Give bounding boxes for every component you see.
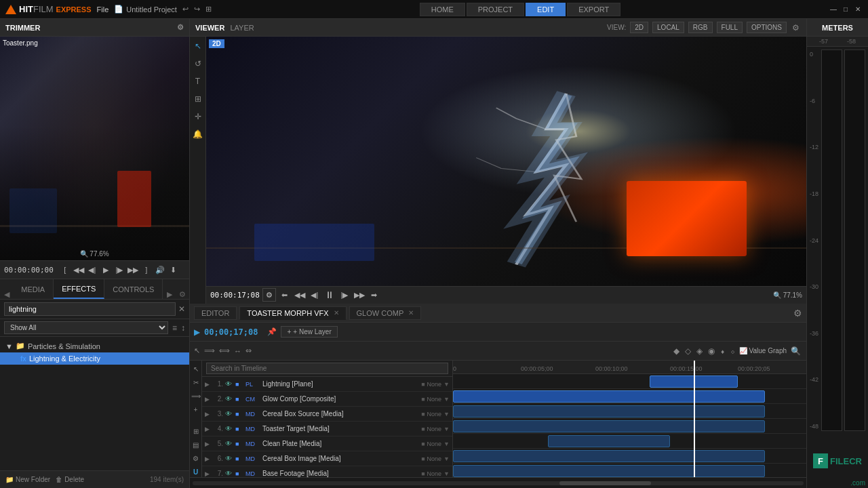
full-btn[interactable]: FULL	[717, 22, 743, 33]
tl-tab-glow[interactable]: GLOW COMP ✕	[349, 306, 422, 320]
maximize-btn[interactable]: □	[841, 5, 850, 14]
undo-btn[interactable]: ↩	[182, 5, 189, 14]
tl-slide-icon[interactable]: ⇔	[245, 346, 252, 355]
tabs-left-arrow[interactable]: ◀	[0, 290, 13, 299]
trim-prev-btn[interactable]: ◀◀	[73, 264, 85, 276]
particles-folder[interactable]: ▼ 📁 Particles & Simulation	[0, 340, 189, 352]
redo-btn[interactable]: ↪	[194, 5, 200, 14]
nav-project[interactable]: PROJECT	[467, 3, 524, 16]
search-input[interactable]	[4, 302, 176, 316]
layer-7-eye-icon[interactable]: 👁	[225, 470, 233, 477]
filter-sort-icon[interactable]: ≡	[172, 323, 177, 333]
layer-row-7[interactable]: ▶ 7. 👁 ■ MD Base Footage [Media] ■ None …	[202, 466, 452, 477]
tab-media[interactable]: MEDIA	[13, 279, 54, 299]
tl-diamond3-icon[interactable]: ◈	[695, 345, 704, 357]
tl-search-icon[interactable]: 🔍	[789, 345, 802, 357]
track-3-clip[interactable]	[453, 405, 765, 418]
tabs-right-arrow[interactable]: ▶	[163, 290, 176, 299]
tl-cursor-icon[interactable]: ↖	[191, 363, 201, 374]
tl-scrollbar[interactable]	[193, 481, 804, 485]
viewer-rew-btn[interactable]: ⬅	[279, 289, 291, 301]
tl-diamond6-icon[interactable]: ⬦	[729, 345, 736, 357]
tl-roll-icon[interactable]: ⟺	[219, 346, 230, 355]
tl-search-input[interactable]	[206, 363, 448, 374]
viewer-prev-btn[interactable]: ◀◀	[294, 289, 306, 301]
tl-diamond2-icon[interactable]: ◇	[684, 345, 692, 357]
nav-edit[interactable]: EDIT	[526, 3, 566, 16]
tabs-settings-icon[interactable]: ⚙	[176, 290, 189, 299]
tl-settings-icon[interactable]: ⚙	[191, 453, 201, 464]
filter-options-icon[interactable]: ↕	[181, 323, 185, 333]
search-clear-btn[interactable]: ✕	[178, 304, 185, 314]
layer-row-4[interactable]: ▶ 4. 👁 ■ MD Toaster Target [Media] ■ Non…	[202, 422, 452, 436]
track-2-clip[interactable]	[453, 390, 765, 403]
viewer-step-back-btn[interactable]: ◀|	[309, 289, 321, 301]
viewer-settings-icon[interactable]: ⚙	[791, 22, 801, 34]
badge-2d[interactable]: 2D	[209, 39, 224, 48]
viewer-next-btn[interactable]: ▶▶	[353, 289, 366, 301]
close-btn[interactable]: ✕	[853, 5, 863, 14]
value-graph-btn[interactable]: 📈 Value Graph	[739, 347, 787, 354]
track-5-clip[interactable]	[548, 435, 670, 447]
tab-controls[interactable]: CONTROLS	[104, 279, 163, 299]
transform-tool-icon[interactable]: ↺	[191, 57, 205, 70]
camera-tool-icon[interactable]: 🔔	[191, 127, 205, 141]
trim-step-fwd-btn[interactable]: |▶	[113, 264, 125, 276]
text-tool-icon[interactable]: T	[191, 75, 205, 88]
grid-tool-icon[interactable]: ⊞	[191, 92, 205, 106]
trim-mark-out-btn[interactable]: ]	[140, 264, 153, 276]
trim-step-back-btn[interactable]: ◀|	[86, 264, 98, 276]
viewer-fwd-btn[interactable]: ➡	[368, 289, 380, 301]
layer-row-5[interactable]: ▶ 5. 👁 ■ MD Clean Plate [Media] ■ None ▼	[202, 436, 452, 451]
tl-snap-icon[interactable]: 📌	[267, 327, 277, 336]
layer-4-eye-icon[interactable]: 👁	[225, 425, 233, 432]
tl-tab-editor[interactable]: EDITOR	[194, 306, 237, 320]
trim-play-btn[interactable]: ▶	[100, 264, 112, 276]
local-btn[interactable]: LOCAL	[652, 22, 684, 33]
grid-btn[interactable]: ⊞	[205, 5, 212, 14]
tab-effects[interactable]: EFFECTS	[54, 279, 104, 299]
track-6-clip[interactable]	[453, 450, 765, 462]
toaster-tab-close[interactable]: ✕	[334, 309, 339, 317]
layer-5-eye-icon[interactable]: 👁	[225, 440, 233, 447]
trimmer-options-icon[interactable]: ⚙	[177, 23, 184, 32]
tl-add-icon[interactable]: +	[191, 404, 201, 415]
tl-razor-icon[interactable]: ✂	[191, 377, 201, 388]
layer-2-eye-icon[interactable]: 👁	[225, 395, 233, 403]
tl-ripple-icon[interactable]: ⟹	[204, 346, 215, 355]
tl-options-icon[interactable]: ⚙	[793, 308, 802, 319]
nav-export[interactable]: EXPORT	[567, 3, 620, 16]
track-4-clip[interactable]	[453, 420, 765, 432]
project-tab[interactable]: 📄 Untitled Project	[114, 5, 177, 14]
layer-3-eye-icon[interactable]: 👁	[225, 410, 233, 418]
new-folder-btn[interactable]: 📁 New Folder	[5, 476, 50, 483]
layer-row-2[interactable]: ▶ 2. 👁 ■ CM Glow Comp [Composite] ■ None…	[202, 392, 452, 407]
move-tool-icon[interactable]: ✛	[191, 110, 205, 123]
tl-diamond4-icon[interactable]: ◉	[707, 345, 716, 357]
tl-table-icon[interactable]: ▤	[191, 439, 201, 450]
layer-row-3[interactable]: ▶ 3. 👁 ■ MD Cereal Box Source [Media] ■ …	[202, 407, 452, 422]
trim-export-btn[interactable]: ⬇	[167, 264, 180, 276]
tl-grid-icon[interactable]: ⊞	[191, 426, 201, 436]
tl-slip-icon[interactable]: ↔	[234, 347, 241, 355]
trim-next-btn[interactable]: ▶▶	[127, 264, 139, 276]
layer-6-eye-icon[interactable]: 👁	[225, 455, 233, 462]
tl-diamond-icon[interactable]: ◆	[672, 345, 681, 357]
show-all-select[interactable]: Show All	[4, 321, 168, 334]
layer-1-eye-icon[interactable]: 👁	[225, 380, 233, 388]
rgb-btn[interactable]: RGB	[688, 22, 713, 33]
layer-row-1[interactable]: ▶ 1. 👁 ■ PL Lightning [Plane] ■ None ▼	[202, 377, 452, 392]
trim-mark-in-btn[interactable]: [	[59, 264, 71, 276]
tl-scrollbar-thumb[interactable]	[559, 481, 651, 485]
file-menu[interactable]: File	[97, 5, 109, 14]
options-btn[interactable]: OPTIONS	[747, 22, 787, 33]
glow-tab-close[interactable]: ✕	[408, 309, 414, 317]
track-7-clip[interactable]	[453, 465, 765, 477]
view-mode-btn[interactable]: 2D	[630, 22, 648, 33]
viewer-tab-viewer[interactable]: VIEWER	[195, 24, 224, 32]
layer-row-6[interactable]: ▶ 6. 👁 ■ MD Cereal Box Image [Media] ■ N…	[202, 451, 452, 466]
delete-btn[interactable]: 🗑 Delete	[56, 476, 84, 483]
tl-playhead[interactable]	[694, 361, 695, 477]
tl-diamond5-icon[interactable]: ⬧	[719, 345, 726, 357]
viewer-tab-layer[interactable]: LAYER	[230, 24, 254, 32]
